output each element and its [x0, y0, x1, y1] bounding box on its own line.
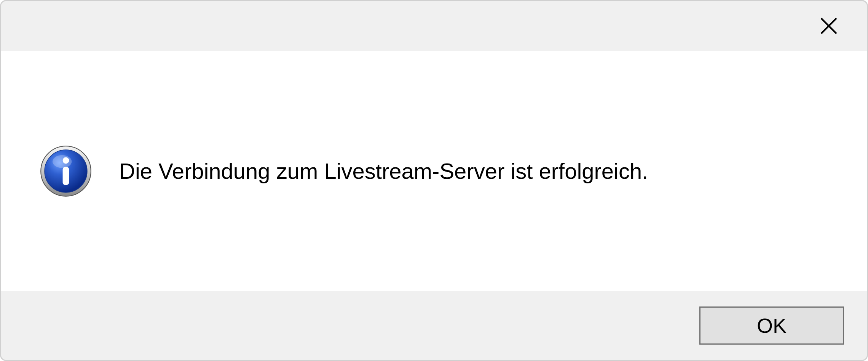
svg-rect-6: [63, 167, 69, 185]
message-dialog: Die Verbindung zum Livestream-Server ist…: [0, 0, 868, 361]
svg-point-5: [63, 157, 69, 164]
dialog-message: Die Verbindung zum Livestream-Server ist…: [119, 158, 648, 184]
dialog-content: Die Verbindung zum Livestream-Server ist…: [1, 51, 867, 291]
close-icon: [817, 14, 840, 37]
dialog-footer: OK: [1, 291, 867, 360]
ok-button[interactable]: OK: [699, 306, 844, 345]
titlebar: [1, 1, 867, 51]
close-button[interactable]: [814, 11, 844, 41]
info-icon: [39, 144, 93, 198]
